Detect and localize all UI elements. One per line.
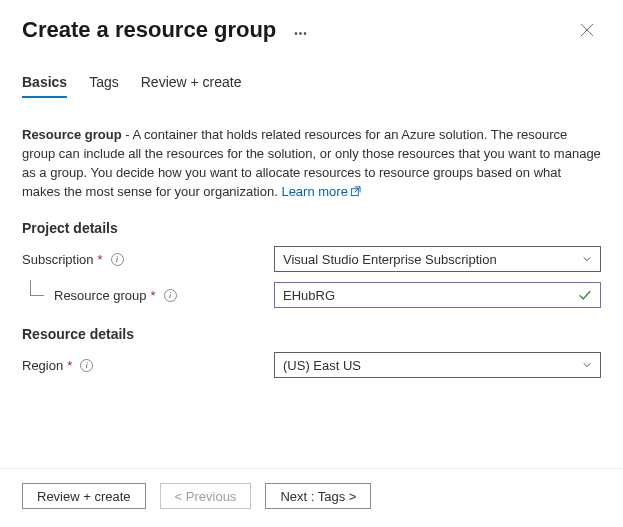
resource-group-value: EHubRG [283,288,578,303]
description-text: Resource group - A container that holds … [22,126,601,202]
required-marker: * [98,252,103,267]
resource-group-input[interactable]: EHubRG [274,282,601,308]
previous-button: < Previous [160,483,252,509]
required-marker: * [67,358,72,373]
close-icon [580,23,594,37]
label-subscription: Subscription * i [22,252,274,267]
field-row-subscription: Subscription * i Visual Studio Enterpris… [22,246,601,272]
field-row-region: Region * i (US) East US [22,352,601,378]
content-area: Resource group - A container that holds … [0,99,623,468]
required-marker: * [151,288,156,303]
page-header: Create a resource group ••• [0,0,623,50]
tab-review-create[interactable]: Review + create [141,74,242,98]
field-row-resource-group: Resource group * i EHubRG [22,282,601,308]
region-select[interactable]: (US) East US [274,352,601,378]
check-icon [578,288,592,302]
chevron-down-icon [582,254,592,264]
page-title: Create a resource group [22,17,276,43]
subscription-value: Visual Studio Enterprise Subscription [283,252,582,267]
close-button[interactable] [573,16,601,44]
description-lead: Resource group [22,127,122,142]
chevron-down-icon [582,360,592,370]
region-value: (US) East US [283,358,582,373]
review-create-button[interactable]: Review + create [22,483,146,509]
section-project-details: Project details [22,220,601,236]
svg-line-3 [354,186,360,192]
label-resource-group: Resource group * i [22,288,274,303]
tab-tags[interactable]: Tags [89,74,119,98]
info-icon[interactable]: i [164,289,177,302]
tree-elbow-icon [30,280,44,296]
external-link-icon [350,184,361,203]
info-icon[interactable]: i [111,253,124,266]
footer-actions: Review + create < Previous Next : Tags > [0,468,623,527]
next-button[interactable]: Next : Tags > [265,483,371,509]
subscription-select[interactable]: Visual Studio Enterprise Subscription [274,246,601,272]
learn-more-link[interactable]: Learn more [281,184,360,199]
more-icon[interactable]: ••• [294,28,308,39]
section-resource-details: Resource details [22,326,601,342]
tab-bar: Basics Tags Review + create [0,50,623,99]
info-icon[interactable]: i [80,359,93,372]
tab-basics[interactable]: Basics [22,74,67,98]
label-region: Region * i [22,358,274,373]
